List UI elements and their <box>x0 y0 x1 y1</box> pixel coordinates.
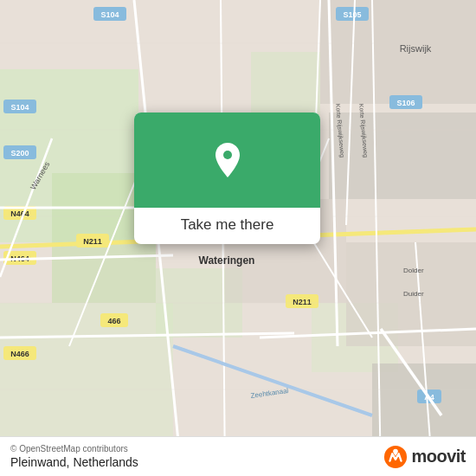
moovit-text: moovit <box>411 447 466 466</box>
svg-text:466: 466 <box>107 317 120 325</box>
svg-rect-8 <box>329 113 476 199</box>
svg-text:Dolder: Dolder <box>403 267 424 274</box>
osm-credit: © OpenStreetMap contributors <box>10 444 138 453</box>
svg-rect-5 <box>0 303 173 441</box>
popup-button-area: Take me there <box>134 208 320 244</box>
svg-text:Rijswijk: Rijswijk <box>400 43 432 54</box>
take-me-there-button[interactable]: Take me there <box>181 216 274 234</box>
moovit-icon <box>383 445 408 469</box>
svg-point-67 <box>223 151 232 159</box>
svg-text:S104: S104 <box>100 10 119 19</box>
bottom-bar: © OpenStreetMap contributors Pleinwand, … <box>0 436 476 476</box>
svg-text:Duider: Duider <box>403 290 424 298</box>
bottom-left: © OpenStreetMap contributors Pleinwand, … <box>10 444 138 469</box>
svg-text:N211: N211 <box>293 298 312 306</box>
popup-green-top <box>134 113 320 208</box>
popup-card: Take me there <box>134 113 320 244</box>
svg-text:N466: N466 <box>10 350 29 358</box>
svg-text:N464: N464 <box>10 209 29 218</box>
svg-text:S106: S106 <box>396 99 415 107</box>
location-name: Pleinwand, Netherlands <box>10 455 138 469</box>
map-pin-icon <box>207 139 248 181</box>
svg-text:Wateringen: Wateringen <box>199 254 255 267</box>
svg-text:S105: S105 <box>343 10 361 19</box>
svg-text:N211: N211 <box>83 237 102 246</box>
svg-text:S200: S200 <box>10 149 29 158</box>
svg-text:S104: S104 <box>10 103 29 112</box>
map-container: N211 N211 S104 S104 S105 S106 S200 N464 … <box>0 0 476 476</box>
moovit-logo: moovit <box>383 445 466 469</box>
